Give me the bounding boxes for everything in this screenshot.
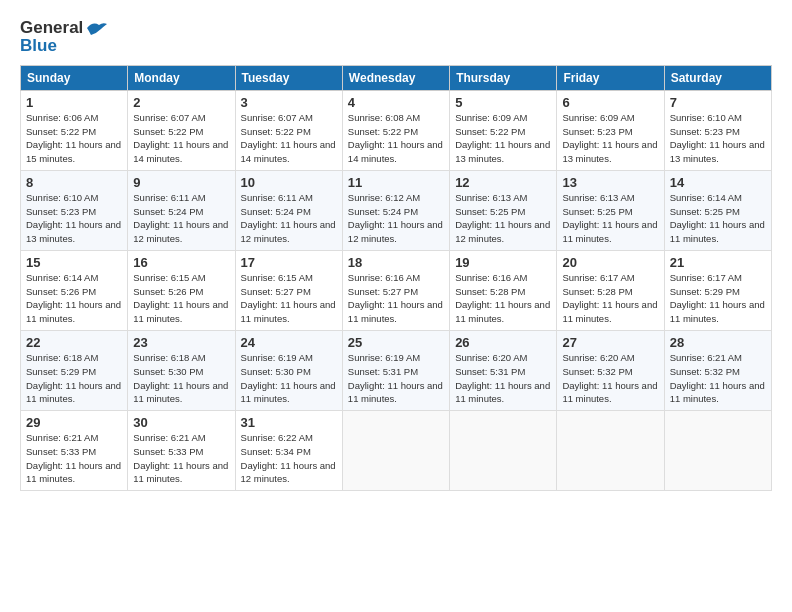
weekday-header-cell: Thursday — [450, 65, 557, 90]
calendar-cell: 31Sunrise: 6:22 AMSunset: 5:34 PMDayligh… — [235, 411, 342, 491]
calendar-row: 22Sunrise: 6:18 AMSunset: 5:29 PMDayligh… — [21, 330, 772, 410]
day-info: Sunrise: 6:14 AMSunset: 5:26 PMDaylight:… — [26, 271, 122, 326]
day-info: Sunrise: 6:19 AMSunset: 5:30 PMDaylight:… — [241, 351, 337, 406]
day-number: 1 — [26, 95, 122, 110]
calendar-cell: 11Sunrise: 6:12 AMSunset: 5:24 PMDayligh… — [342, 170, 449, 250]
day-number: 12 — [455, 175, 551, 190]
calendar-row: 1Sunrise: 6:06 AMSunset: 5:22 PMDaylight… — [21, 90, 772, 170]
calendar-cell: 15Sunrise: 6:14 AMSunset: 5:26 PMDayligh… — [21, 250, 128, 330]
weekday-header-cell: Monday — [128, 65, 235, 90]
weekday-header-cell: Friday — [557, 65, 664, 90]
day-number: 7 — [670, 95, 766, 110]
calendar-cell: 23Sunrise: 6:18 AMSunset: 5:30 PMDayligh… — [128, 330, 235, 410]
day-number: 16 — [133, 255, 229, 270]
page: General Blue SundayMondayTuesdayWednesda… — [0, 0, 792, 501]
calendar-cell: 18Sunrise: 6:16 AMSunset: 5:27 PMDayligh… — [342, 250, 449, 330]
day-number: 5 — [455, 95, 551, 110]
day-info: Sunrise: 6:10 AMSunset: 5:23 PMDaylight:… — [670, 111, 766, 166]
day-number: 31 — [241, 415, 337, 430]
day-number: 21 — [670, 255, 766, 270]
day-info: Sunrise: 6:18 AMSunset: 5:30 PMDaylight:… — [133, 351, 229, 406]
day-info: Sunrise: 6:15 AMSunset: 5:26 PMDaylight:… — [133, 271, 229, 326]
day-info: Sunrise: 6:22 AMSunset: 5:34 PMDaylight:… — [241, 431, 337, 486]
day-info: Sunrise: 6:21 AMSunset: 5:32 PMDaylight:… — [670, 351, 766, 406]
calendar-cell: 28Sunrise: 6:21 AMSunset: 5:32 PMDayligh… — [664, 330, 771, 410]
day-info: Sunrise: 6:11 AMSunset: 5:24 PMDaylight:… — [133, 191, 229, 246]
day-info: Sunrise: 6:09 AMSunset: 5:23 PMDaylight:… — [562, 111, 658, 166]
weekday-header-row: SundayMondayTuesdayWednesdayThursdayFrid… — [21, 65, 772, 90]
day-info: Sunrise: 6:19 AMSunset: 5:31 PMDaylight:… — [348, 351, 444, 406]
logo: General Blue — [20, 18, 107, 57]
day-number: 6 — [562, 95, 658, 110]
day-number: 3 — [241, 95, 337, 110]
weekday-header-cell: Sunday — [21, 65, 128, 90]
day-info: Sunrise: 6:18 AMSunset: 5:29 PMDaylight:… — [26, 351, 122, 406]
day-info: Sunrise: 6:17 AMSunset: 5:28 PMDaylight:… — [562, 271, 658, 326]
calendar-cell — [450, 411, 557, 491]
weekday-header-cell: Wednesday — [342, 65, 449, 90]
calendar-row: 15Sunrise: 6:14 AMSunset: 5:26 PMDayligh… — [21, 250, 772, 330]
calendar-cell — [557, 411, 664, 491]
day-number: 27 — [562, 335, 658, 350]
day-number: 13 — [562, 175, 658, 190]
day-info: Sunrise: 6:07 AMSunset: 5:22 PMDaylight:… — [133, 111, 229, 166]
day-number: 14 — [670, 175, 766, 190]
calendar-cell: 6Sunrise: 6:09 AMSunset: 5:23 PMDaylight… — [557, 90, 664, 170]
day-number: 17 — [241, 255, 337, 270]
day-info: Sunrise: 6:14 AMSunset: 5:25 PMDaylight:… — [670, 191, 766, 246]
day-info: Sunrise: 6:20 AMSunset: 5:31 PMDaylight:… — [455, 351, 551, 406]
calendar-row: 29Sunrise: 6:21 AMSunset: 5:33 PMDayligh… — [21, 411, 772, 491]
day-info: Sunrise: 6:08 AMSunset: 5:22 PMDaylight:… — [348, 111, 444, 166]
day-number: 10 — [241, 175, 337, 190]
calendar-cell: 21Sunrise: 6:17 AMSunset: 5:29 PMDayligh… — [664, 250, 771, 330]
day-number: 26 — [455, 335, 551, 350]
day-number: 23 — [133, 335, 229, 350]
calendar-cell: 17Sunrise: 6:15 AMSunset: 5:27 PMDayligh… — [235, 250, 342, 330]
calendar-cell: 25Sunrise: 6:19 AMSunset: 5:31 PMDayligh… — [342, 330, 449, 410]
day-number: 20 — [562, 255, 658, 270]
day-number: 4 — [348, 95, 444, 110]
day-number: 15 — [26, 255, 122, 270]
day-info: Sunrise: 6:07 AMSunset: 5:22 PMDaylight:… — [241, 111, 337, 166]
calendar-cell: 27Sunrise: 6:20 AMSunset: 5:32 PMDayligh… — [557, 330, 664, 410]
calendar-cell: 29Sunrise: 6:21 AMSunset: 5:33 PMDayligh… — [21, 411, 128, 491]
day-info: Sunrise: 6:09 AMSunset: 5:22 PMDaylight:… — [455, 111, 551, 166]
day-number: 9 — [133, 175, 229, 190]
calendar-cell: 3Sunrise: 6:07 AMSunset: 5:22 PMDaylight… — [235, 90, 342, 170]
day-number: 2 — [133, 95, 229, 110]
calendar-cell: 8Sunrise: 6:10 AMSunset: 5:23 PMDaylight… — [21, 170, 128, 250]
day-number: 25 — [348, 335, 444, 350]
day-number: 24 — [241, 335, 337, 350]
day-info: Sunrise: 6:20 AMSunset: 5:32 PMDaylight:… — [562, 351, 658, 406]
logo-general-text: General — [20, 18, 83, 38]
calendar-row: 8Sunrise: 6:10 AMSunset: 5:23 PMDaylight… — [21, 170, 772, 250]
calendar-cell: 4Sunrise: 6:08 AMSunset: 5:22 PMDaylight… — [342, 90, 449, 170]
calendar-cell: 24Sunrise: 6:19 AMSunset: 5:30 PMDayligh… — [235, 330, 342, 410]
weekday-header-cell: Saturday — [664, 65, 771, 90]
day-info: Sunrise: 6:17 AMSunset: 5:29 PMDaylight:… — [670, 271, 766, 326]
calendar-cell: 12Sunrise: 6:13 AMSunset: 5:25 PMDayligh… — [450, 170, 557, 250]
day-info: Sunrise: 6:11 AMSunset: 5:24 PMDaylight:… — [241, 191, 337, 246]
calendar-cell: 14Sunrise: 6:14 AMSunset: 5:25 PMDayligh… — [664, 170, 771, 250]
weekday-header-cell: Tuesday — [235, 65, 342, 90]
day-number: 30 — [133, 415, 229, 430]
day-info: Sunrise: 6:06 AMSunset: 5:22 PMDaylight:… — [26, 111, 122, 166]
day-number: 28 — [670, 335, 766, 350]
day-info: Sunrise: 6:21 AMSunset: 5:33 PMDaylight:… — [133, 431, 229, 486]
day-number: 11 — [348, 175, 444, 190]
calendar-cell — [664, 411, 771, 491]
day-number: 19 — [455, 255, 551, 270]
day-info: Sunrise: 6:15 AMSunset: 5:27 PMDaylight:… — [241, 271, 337, 326]
calendar-cell: 16Sunrise: 6:15 AMSunset: 5:26 PMDayligh… — [128, 250, 235, 330]
day-info: Sunrise: 6:12 AMSunset: 5:24 PMDaylight:… — [348, 191, 444, 246]
logo-bird-icon — [85, 19, 107, 37]
day-info: Sunrise: 6:13 AMSunset: 5:25 PMDaylight:… — [562, 191, 658, 246]
calendar-body: 1Sunrise: 6:06 AMSunset: 5:22 PMDaylight… — [21, 90, 772, 490]
calendar-cell: 20Sunrise: 6:17 AMSunset: 5:28 PMDayligh… — [557, 250, 664, 330]
header: General Blue — [20, 18, 772, 57]
calendar-cell: 9Sunrise: 6:11 AMSunset: 5:24 PMDaylight… — [128, 170, 235, 250]
day-number: 18 — [348, 255, 444, 270]
calendar-cell: 5Sunrise: 6:09 AMSunset: 5:22 PMDaylight… — [450, 90, 557, 170]
logo-container: General Blue — [20, 18, 107, 57]
calendar-cell: 26Sunrise: 6:20 AMSunset: 5:31 PMDayligh… — [450, 330, 557, 410]
